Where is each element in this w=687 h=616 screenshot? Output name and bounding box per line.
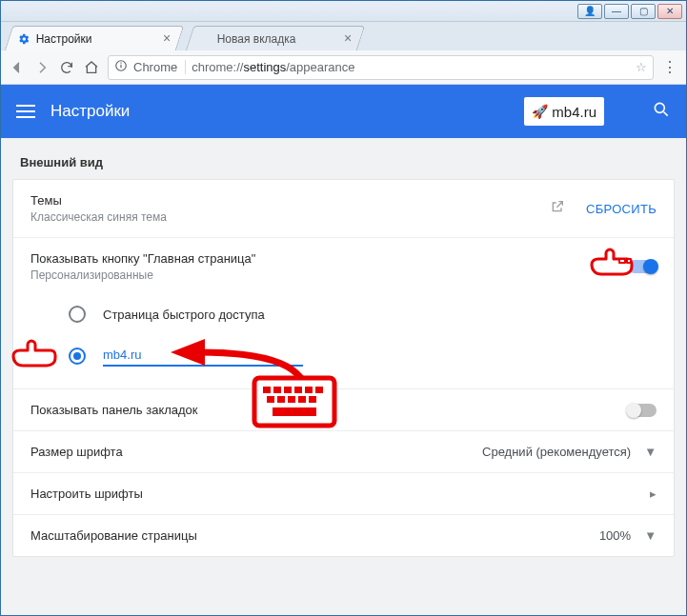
row-secondary: Персонализированные [30,268,628,282]
tab-title: Новая вкладка [217,32,296,46]
close-tab-icon[interactable]: × [341,31,354,45]
open-external-icon[interactable] [550,199,565,218]
tab-settings[interactable]: Настройки × [5,26,184,50]
row-primary: Масштабирование страницы [30,528,599,543]
hamburger-menu-icon[interactable] [16,105,35,118]
font-size-row[interactable]: Размер шрифта Средний (рекомендуется) ▼ [13,431,674,473]
svg-line-4 [664,111,668,115]
svg-point-3 [655,103,664,112]
gear-icon [17,32,30,46]
page-title: Настройки [51,102,130,121]
tab-new[interactable]: Новая вкладка × [186,26,365,50]
toolbar: Chrome chrome://settings/appearance ☆ ⋮ [1,50,686,85]
profile-badge[interactable]: 🚀 mb4.ru [524,97,604,126]
settings-header: Настройки 🚀 mb4.ru [1,85,686,138]
reload-button[interactable] [58,59,75,76]
bookmarks-bar-toggle[interactable] [628,404,657,417]
page-zoom-row[interactable]: Масштабирование страницы 100% ▼ [13,515,674,556]
font-size-value: Средний (рекомендуется) [482,445,631,459]
show-bookmarks-bar-row: Показывать панель закладок [13,389,674,431]
maximize-button[interactable]: ▢ [631,4,656,19]
chevron-right-icon: ▸ [650,487,657,501]
tab-strip: Настройки × Новая вкладка × [1,22,686,50]
show-home-button-row: Показывать кнопку "Главная страница" Пер… [13,238,674,288]
customize-fonts-row[interactable]: Настроить шрифты ▸ [13,473,674,515]
address-bar[interactable]: Chrome chrome://settings/appearance ☆ [108,55,654,80]
row-primary: Показывать панель закладок [30,403,628,417]
omnibox-url: chrome://settings/appearance [192,60,354,74]
chevron-down-icon: ▼ [644,445,657,459]
radio-option-ntp[interactable]: Страница быстрого доступа [30,293,657,335]
home-button-toggle[interactable] [628,260,657,273]
user-menu-button[interactable]: 👤 [577,4,602,19]
radio-icon [69,306,86,323]
close-tab-icon[interactable]: × [160,31,173,45]
omnibox-prefix: Chrome [133,60,186,74]
minimize-button[interactable]: — [604,4,629,19]
row-primary: Показывать кнопку "Главная страница" [30,251,628,266]
window-titlebar: 👤 — ▢ ✕ [1,1,686,22]
row-primary: Настроить шрифты [30,487,650,501]
appearance-card: Темы Классическая синяя тема СБРОСИТЬ По… [12,179,675,557]
info-icon [114,59,128,75]
home-button[interactable] [83,59,100,76]
back-button[interactable] [9,59,26,76]
row-primary: Темы [30,193,550,208]
tab-title: Настройки [36,32,92,46]
page-zoom-value: 100% [599,528,631,543]
svg-rect-2 [120,63,121,64]
row-primary: Размер шрифта [30,445,482,459]
chrome-menu-button[interactable]: ⋮ [661,58,678,76]
chevron-down-icon: ▼ [644,528,657,543]
close-window-button[interactable]: ✕ [657,4,682,19]
radio-label: Страница быстрого доступа [103,308,265,322]
radio-option-custom-url[interactable] [30,335,657,377]
rocket-icon: 🚀 [532,104,548,119]
radio-icon [69,348,86,365]
forward-button[interactable] [33,59,51,76]
homepage-radio-group: Страница быстрого доступа [13,288,674,389]
themes-row[interactable]: Темы Классическая синяя тема СБРОСИТЬ [13,180,674,238]
bookmark-star-icon[interactable]: ☆ [636,60,647,74]
search-icon[interactable] [652,100,671,124]
section-title: Внешний вид [1,155,686,179]
reset-theme-button[interactable]: СБРОСИТЬ [586,202,657,216]
svg-rect-1 [120,65,121,69]
content-area: Внешний вид Темы Классическая синяя тема… [1,138,686,615]
row-secondary: Классическая синяя тема [30,210,550,224]
document-icon [198,32,212,46]
homepage-url-input[interactable] [103,346,303,367]
